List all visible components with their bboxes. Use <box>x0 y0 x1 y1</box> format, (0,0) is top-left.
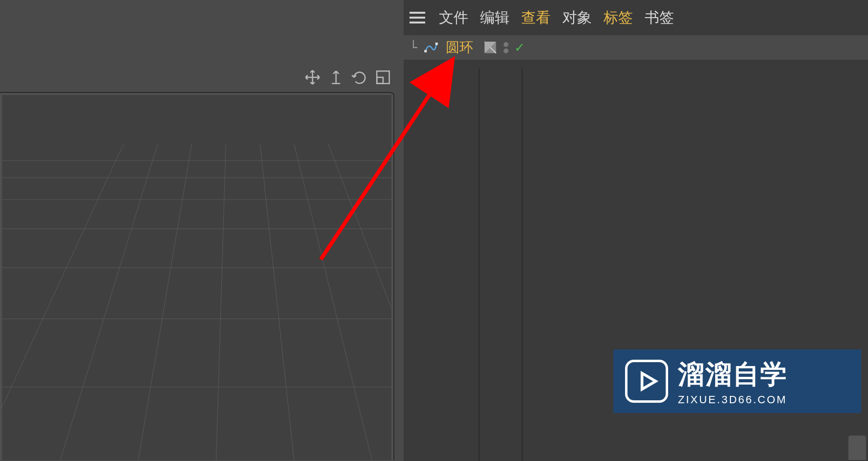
watermark-logo-icon <box>625 360 668 403</box>
panel-col-1[interactable] <box>404 69 480 461</box>
panel-menubar: 文件 编辑 查看 对象 标签 书签 <box>404 0 868 35</box>
svg-line-10 <box>60 143 158 460</box>
menu-edit[interactable]: 编辑 <box>480 8 509 28</box>
object-tree-row[interactable]: └ 圆环 ✓ <box>404 35 868 60</box>
move-tool-icon[interactable] <box>304 69 321 86</box>
svg-rect-17 <box>435 43 437 45</box>
svg-marker-21 <box>642 373 656 390</box>
scale-tool-icon[interactable] <box>327 69 345 86</box>
menu-tags[interactable]: 标签 <box>603 8 633 28</box>
corner-handle[interactable] <box>848 436 866 460</box>
viewport-toolbar <box>304 69 392 86</box>
menu-file[interactable]: 文件 <box>439 8 468 28</box>
spline-icon <box>423 40 439 55</box>
svg-line-9 <box>2 143 123 460</box>
svg-line-14 <box>294 143 372 460</box>
panel-col-2[interactable] <box>480 69 523 461</box>
watermark-title: 溜溜自学 <box>678 357 788 392</box>
svg-line-11 <box>138 143 192 460</box>
viewport-area <box>0 0 397 461</box>
frame-tool-icon[interactable] <box>374 69 392 86</box>
watermark-text: 溜溜自学 ZIXUE.3D66.COM <box>678 357 788 406</box>
visibility-toggle-icon[interactable] <box>504 42 508 53</box>
menu-view[interactable]: 查看 <box>521 8 551 28</box>
tree-connector-icon: └ <box>410 40 417 55</box>
layer-tag-icon[interactable] <box>483 40 498 55</box>
svg-rect-16 <box>424 50 427 52</box>
svg-rect-1 <box>377 77 383 84</box>
viewport-frame[interactable] <box>0 92 394 460</box>
grid-3d <box>2 95 391 460</box>
menu-object[interactable]: 对象 <box>562 8 592 28</box>
enable-checkmark-icon[interactable]: ✓ <box>514 40 525 55</box>
watermark: 溜溜自学 ZIXUE.3D66.COM <box>613 349 861 413</box>
menu-bookmarks[interactable]: 书签 <box>645 8 674 28</box>
object-label[interactable]: 圆环 <box>446 38 473 57</box>
hamburger-menu-icon[interactable] <box>408 8 427 27</box>
rotate-tool-icon[interactable] <box>351 69 368 86</box>
watermark-subtitle: ZIXUE.3D66.COM <box>678 393 788 406</box>
svg-line-13 <box>260 143 294 460</box>
viewport-3d[interactable] <box>2 95 391 460</box>
svg-line-15 <box>328 143 391 460</box>
svg-line-12 <box>216 143 226 460</box>
